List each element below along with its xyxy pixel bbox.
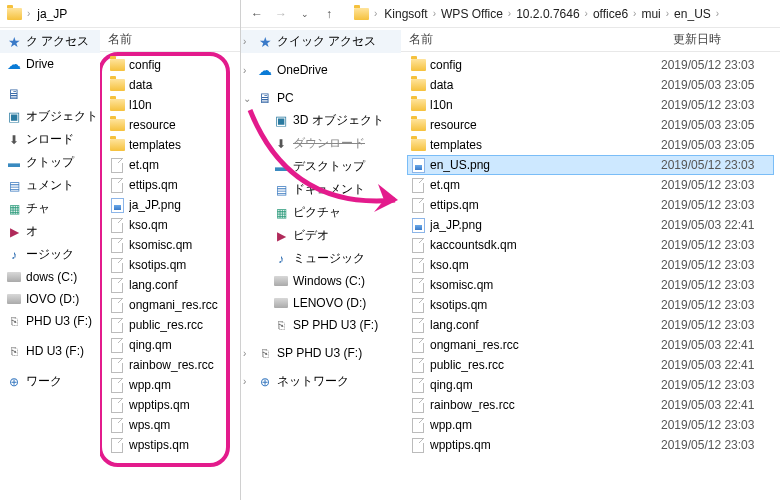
file-row[interactable]: public_res.rcc2019/05/03 22:41	[407, 355, 774, 375]
file-row[interactable]: ksomisc.qm	[106, 235, 234, 255]
sidebar-item-label: ージック	[26, 246, 74, 263]
file-row[interactable]: ja_JP.png2019/05/03 22:41	[407, 215, 774, 235]
file-row[interactable]: wpptips.qm	[106, 395, 234, 415]
sidebar-item[interactable]: ⬇ンロード	[0, 128, 100, 151]
file-row[interactable]: ettips.qm2019/05/12 23:03	[407, 195, 774, 215]
file-name: templates	[430, 138, 657, 152]
file-row[interactable]: en_US.png2019/05/12 23:03	[407, 155, 774, 175]
sidebar-item[interactable]: Windows (C:)	[241, 270, 401, 292]
back-button[interactable]: ←	[247, 4, 267, 24]
sidebar-item[interactable]: ⌄🖥PC	[241, 87, 401, 109]
file-row[interactable]: kaccountsdk.qm2019/05/12 23:03	[407, 235, 774, 255]
file-row[interactable]: resource	[106, 115, 234, 135]
file-row[interactable]: rainbow_res.rcc2019/05/03 22:41	[407, 395, 774, 415]
sidebar-item[interactable]: ⬇ダウンロード	[241, 132, 401, 155]
file-row[interactable]: kso.qm	[106, 215, 234, 235]
sidebar-item[interactable]: ⎘SP PHD U3 (F:)	[241, 314, 401, 336]
left-address-bar[interactable]: › ja_JP	[0, 0, 240, 28]
file-row[interactable]: ksotips.qm2019/05/12 23:03	[407, 295, 774, 315]
sidebar-item-label: チャ	[26, 200, 50, 217]
sidebar-item[interactable]: ⎘HD U3 (F:)	[0, 340, 100, 362]
file-icon	[410, 257, 426, 273]
sidebar-item[interactable]: ›★クイック アクセス	[241, 30, 401, 53]
column-date[interactable]: 更新日時	[665, 31, 780, 48]
breadcrumb-segment[interactable]: mui	[639, 5, 662, 23]
sidebar-item[interactable]: ☁Drive	[0, 53, 100, 75]
sidebar-item[interactable]: ★ク アクセス	[0, 30, 100, 53]
file-row[interactable]: templates	[106, 135, 234, 155]
column-name[interactable]: 名前	[401, 31, 665, 48]
sidebar-item[interactable]: ♪ミュージック	[241, 247, 401, 270]
sidebar-item[interactable]: 🖥	[0, 83, 100, 105]
file-row[interactable]: ksomisc.qm2019/05/12 23:03	[407, 275, 774, 295]
file-row[interactable]: l10n	[106, 95, 234, 115]
column-header[interactable]: 名前 更新日時	[401, 28, 780, 52]
sidebar-item[interactable]: ♪ージック	[0, 243, 100, 266]
expand-icon[interactable]: ⌄	[243, 93, 253, 104]
file-row[interactable]: data	[106, 75, 234, 95]
file-row[interactable]: wpstips.qm	[106, 435, 234, 455]
breadcrumb-segment[interactable]: WPS Office	[439, 5, 505, 23]
file-row[interactable]: ongmani_res.rcc2019/05/03 22:41	[407, 335, 774, 355]
expand-icon[interactable]: ›	[243, 65, 253, 76]
right-address-bar[interactable]: ← → ⌄ ↑ › Kingsoft›WPS Office›10.2.0.764…	[241, 0, 780, 28]
file-row[interactable]: wpp.qm	[106, 375, 234, 395]
file-row[interactable]: lang.conf	[106, 275, 234, 295]
file-row[interactable]: kso.qm2019/05/12 23:03	[407, 255, 774, 275]
sidebar-item[interactable]: ›⊕ネットワーク	[241, 370, 401, 393]
file-row[interactable]: rainbow_res.rcc	[106, 355, 234, 375]
sidebar-item[interactable]: ▶ビデオ	[241, 224, 401, 247]
file-row[interactable]: ksotips.qm	[106, 255, 234, 275]
file-row[interactable]: public_res.rcc	[106, 315, 234, 335]
file-row[interactable]: ongmani_res.rcc	[106, 295, 234, 315]
file-icon	[410, 437, 426, 453]
sidebar-item[interactable]: ▦ピクチャ	[241, 201, 401, 224]
breadcrumb-segment[interactable]: en_US	[672, 5, 713, 23]
sidebar-item[interactable]: ⎘PHD U3 (F:)	[0, 310, 100, 332]
file-row[interactable]: ettips.qm	[106, 175, 234, 195]
sidebar-item[interactable]: ⊕ワーク	[0, 370, 100, 393]
file-row[interactable]: resource2019/05/03 23:05	[407, 115, 774, 135]
file-row[interactable]: templates2019/05/03 23:05	[407, 135, 774, 155]
up-button[interactable]: ↑	[319, 4, 339, 24]
sidebar-item[interactable]: IOVO (D:)	[0, 288, 100, 310]
breadcrumb-current[interactable]: ja_JP	[35, 5, 69, 23]
sidebar-item[interactable]: dows (C:)	[0, 266, 100, 288]
breadcrumb-segment[interactable]: office6	[591, 5, 630, 23]
file-row[interactable]: et.qm2019/05/12 23:03	[407, 175, 774, 195]
expand-icon[interactable]: ›	[243, 348, 253, 359]
expand-icon[interactable]: ›	[243, 36, 253, 47]
file-row[interactable]: et.qm	[106, 155, 234, 175]
sidebar-item[interactable]: ▬クトップ	[0, 151, 100, 174]
sidebar-item[interactable]: ▤ドキュメント	[241, 178, 401, 201]
breadcrumb-segment[interactable]: 10.2.0.7646	[514, 5, 581, 23]
sidebar-item[interactable]: ▶オ	[0, 220, 100, 243]
sidebar-item[interactable]: ›⎘SP PHD U3 (F:)	[241, 342, 401, 364]
file-icon	[410, 177, 426, 193]
column-header[interactable]: 名前	[100, 28, 240, 52]
file-row[interactable]: wpptips.qm2019/05/12 23:03	[407, 435, 774, 455]
file-row[interactable]: ja_JP.png	[106, 195, 234, 215]
history-dropdown[interactable]: ⌄	[295, 4, 315, 24]
breadcrumb-segment[interactable]: Kingsoft	[382, 5, 429, 23]
file-row[interactable]: qing.qm2019/05/12 23:03	[407, 375, 774, 395]
sidebar-item[interactable]: ▣3D オブジェクト	[241, 109, 401, 132]
sidebar-item[interactable]: ▬デスクトップ	[241, 155, 401, 178]
file-row[interactable]: lang.conf2019/05/12 23:03	[407, 315, 774, 335]
file-row[interactable]: data2019/05/03 23:05	[407, 75, 774, 95]
breadcrumb[interactable]: Kingsoft›WPS Office›10.2.0.7646›office6›…	[382, 5, 720, 23]
sidebar-item[interactable]: ▣オブジェクト	[0, 105, 100, 128]
file-row[interactable]: config	[106, 55, 234, 75]
file-row[interactable]: l10n2019/05/12 23:03	[407, 95, 774, 115]
sidebar-item[interactable]: ▦チャ	[0, 197, 100, 220]
file-row[interactable]: qing.qm	[106, 335, 234, 355]
expand-icon[interactable]: ›	[243, 376, 253, 387]
file-icon	[410, 357, 426, 373]
sidebar-item[interactable]: ›☁OneDrive	[241, 59, 401, 81]
file-row[interactable]: wps.qm	[106, 415, 234, 435]
sidebar-item[interactable]: ▤ュメント	[0, 174, 100, 197]
file-row[interactable]: wpp.qm2019/05/12 23:03	[407, 415, 774, 435]
column-name[interactable]: 名前	[100, 31, 240, 48]
sidebar-item[interactable]: LENOVO (D:)	[241, 292, 401, 314]
file-row[interactable]: config2019/05/12 23:03	[407, 55, 774, 75]
